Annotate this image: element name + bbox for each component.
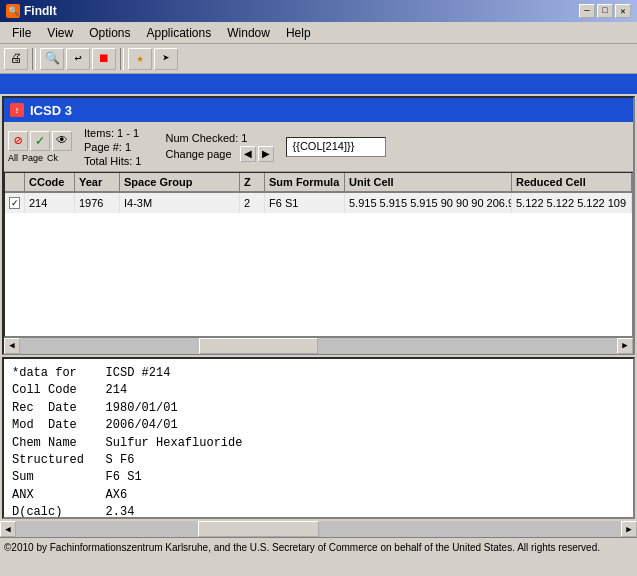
- ctrl-buttons-section: ⊘ ✓ 👁 All Page Ck: [8, 131, 72, 163]
- th-sumformula[interactable]: Sum Formula: [265, 173, 345, 191]
- row-unitcell: 5.915 5.915 5.915 90 90 90 206.95: [345, 193, 512, 213]
- window-controls: ─ □ ✕: [579, 4, 631, 18]
- th-ccode[interactable]: CCode: [25, 173, 75, 191]
- bottom-scrollbar: ◀ ▶: [0, 521, 637, 537]
- info-section: Items: 1 - 1 Page #: 1 Total Hits: 1: [84, 127, 141, 167]
- bottom-scroll-thumb[interactable]: [198, 521, 319, 537]
- row-ccode: 214: [25, 193, 75, 213]
- nav-prev-btn[interactable]: ◀: [240, 146, 256, 162]
- sub-toolbar: [0, 74, 637, 94]
- close-button[interactable]: ✕: [615, 4, 631, 18]
- ctrl-reset-btn[interactable]: ⊘: [8, 131, 28, 151]
- bottom-scroll-track[interactable]: [16, 521, 621, 537]
- text-panel: *data for ICSD #214 Coll Code 214 Rec Da…: [2, 357, 635, 519]
- nav-arrows: ◀ ▶: [240, 146, 274, 162]
- th-z[interactable]: Z: [240, 173, 265, 191]
- toolbar: 🖨 🔍 ↩ ⏹ ★ ➤: [0, 44, 637, 74]
- checked-section: Num Checked: 1 Change page ◀ ▶: [165, 132, 273, 162]
- h-scrollbar: ◀ ▶: [4, 337, 633, 353]
- menu-bar: File View Options Applications Window He…: [0, 22, 637, 44]
- status-text: ©2010 by Fachinformationszentrum Karlsru…: [4, 542, 600, 553]
- row-reducedcell: 5.122 5.122 5.122 109: [512, 193, 632, 213]
- th-spacegroup[interactable]: Space Group: [120, 173, 240, 191]
- row-cb[interactable]: [9, 197, 20, 209]
- toolbar-search-btn[interactable]: 🔍: [40, 48, 64, 70]
- app-title: FindIt: [24, 4, 57, 18]
- icsd-icon: !: [10, 103, 24, 117]
- menu-applications[interactable]: Applications: [139, 24, 220, 42]
- icsd-header: ! ICSD 3: [4, 98, 633, 122]
- row-spacegroup: I4-3M: [120, 193, 240, 213]
- row-sumformula: F6 S1: [265, 193, 345, 213]
- icsd-panel: ! ICSD 3 ⊘ ✓ 👁 All Page Ck Items: 1 - 1 …: [2, 96, 635, 355]
- num-checked-label: Num Checked: 1: [165, 132, 273, 144]
- toolbar-star-btn[interactable]: ★: [128, 48, 152, 70]
- change-page-label: Change page: [165, 148, 231, 160]
- bottom-scroll-left-btn[interactable]: ◀: [0, 521, 16, 537]
- bottom-scroll-right-btn[interactable]: ▶: [621, 521, 637, 537]
- table-row: 214 1976 I4-3M 2 F6 S1 5.915 5.915 5.915…: [5, 193, 632, 213]
- page-label: Page #: 1: [84, 141, 141, 153]
- table-header: CCode Year Space Group Z Sum Formula Uni…: [5, 173, 632, 193]
- nav-next-btn[interactable]: ▶: [258, 146, 274, 162]
- ctrl-eye-btn[interactable]: 👁: [52, 131, 72, 151]
- menu-file[interactable]: File: [4, 24, 39, 42]
- menu-options[interactable]: Options: [81, 24, 138, 42]
- toolbar-sep1: [32, 48, 36, 70]
- status-bar: ©2010 by Fachinformationszentrum Karlsru…: [0, 537, 637, 557]
- title-bar: 🔍 FindIt ─ □ ✕: [0, 0, 637, 22]
- toolbar-sep2: [120, 48, 124, 70]
- h-scroll-right-btn[interactable]: ▶: [617, 338, 633, 354]
- text-content: *data for ICSD #214 Coll Code 214 Rec Da…: [3, 358, 634, 518]
- ctrl-check-btn[interactable]: ✓: [30, 131, 50, 151]
- icsd-title: ICSD 3: [30, 103, 72, 118]
- row-year: 1976: [75, 193, 120, 213]
- maximize-button[interactable]: □: [597, 4, 613, 18]
- row-checkbox[interactable]: [5, 193, 25, 213]
- th-reducedcell[interactable]: Reduced Cell: [512, 173, 632, 191]
- h-scroll-track[interactable]: [20, 338, 617, 354]
- items-label: Items: 1 - 1: [84, 127, 141, 139]
- toolbar-stop-btn[interactable]: ⏹: [92, 48, 116, 70]
- menu-view[interactable]: View: [39, 24, 81, 42]
- formula-box: {{COL[214]}}: [286, 137, 386, 157]
- controls-row: ⊘ ✓ 👁 All Page Ck Items: 1 - 1 Page #: 1…: [4, 122, 633, 172]
- table-container: CCode Year Space Group Z Sum Formula Uni…: [4, 172, 633, 337]
- minimize-button[interactable]: ─: [579, 4, 595, 18]
- th-year[interactable]: Year: [75, 173, 120, 191]
- h-scroll-thumb[interactable]: [199, 338, 318, 354]
- th-unitcell[interactable]: Unit Cell: [345, 173, 512, 191]
- app-icon: 🔍: [6, 4, 20, 18]
- th-checkbox: [5, 173, 25, 191]
- ctrl-page-label: Page: [22, 153, 43, 163]
- toolbar-nav-btn[interactable]: ➤: [154, 48, 178, 70]
- ctrl-ck-label: Ck: [47, 153, 58, 163]
- icsd-icon-glyph: !: [15, 106, 20, 115]
- row-z: 2: [240, 193, 265, 213]
- toolbar-print-btn[interactable]: 🖨: [4, 48, 28, 70]
- app-icon-glyph: 🔍: [8, 6, 19, 17]
- h-scroll-left-btn[interactable]: ◀: [4, 338, 20, 354]
- menu-help[interactable]: Help: [278, 24, 319, 42]
- toolbar-back-btn[interactable]: ↩: [66, 48, 90, 70]
- menu-window[interactable]: Window: [219, 24, 278, 42]
- ctrl-all-label: All: [8, 153, 18, 163]
- hits-label: Total Hits: 1: [84, 155, 141, 167]
